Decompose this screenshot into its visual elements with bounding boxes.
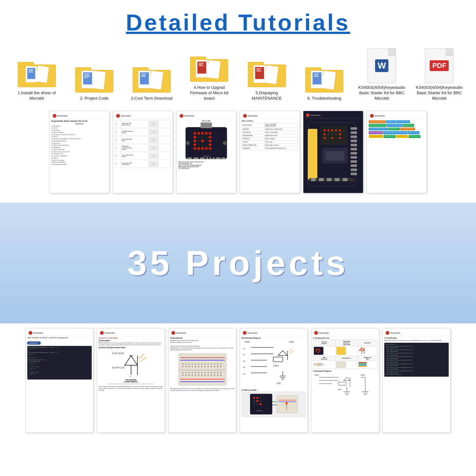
svg-point-148 [203,357,204,358]
folder-item-word[interactable]: W KS4003(4004)Keyestudio Basic Starter K… [358,48,406,101]
doc-logo-1 [53,114,56,118]
svg-rect-40 [256,71,261,71]
svg-rect-77 [201,122,212,128]
svg-point-114 [331,137,333,139]
svg-text:-: - [136,375,137,378]
svg-text:SHORT LEG: SHORT LEG [112,367,125,369]
svg-rect-97 [351,160,357,163]
svg-point-208 [220,374,221,376]
svg-text:GND: GND [245,341,250,343]
bottom-doc-2: keyestudio Project 13: LED Blink (1) Des… [97,328,165,433]
folder-label-6: 6. Troubleshooting [307,96,341,101]
svg-point-161 [188,363,190,365]
svg-text:FLAT EDGE: FLAT EDGE [112,352,124,354]
svg-point-197 [204,372,206,373]
svg-text:LED: LED [276,382,281,384]
svg-rect-52 [201,132,204,135]
svg-rect-84 [216,157,221,159]
svg-rect-61 [197,140,200,142]
folder-label-2: 2. Project Code [80,96,109,101]
svg-point-242 [253,403,255,405]
svg-point-143 [190,357,192,358]
svg-text:220Ω: 220Ω [273,365,279,367]
svg-point-106 [339,129,341,131]
svg-rect-55 [194,136,196,138]
svg-rect-57 [201,136,204,138]
folder-icon-1 [18,58,56,89]
svg-rect-28 [207,60,221,79]
svg-rect-51 [197,132,200,135]
folder-item-6[interactable]: 6. Troubleshooting [300,64,348,101]
svg-rect-83 [213,157,215,159]
svg-point-141 [185,357,187,358]
svg-rect-62 [201,140,204,142]
folder-item-pdf[interactable]: PDF KS4003(4004)Keyestudio Basic Starter… [415,48,463,101]
svg-point-159 [185,363,187,365]
svg-point-256 [317,350,319,352]
svg-point-149 [206,357,207,358]
svg-line-233 [290,351,294,354]
bottom-doc-logo-4 [243,331,247,335]
svg-point-194 [198,374,199,376]
svg-point-150 [208,357,209,358]
svg-point-142 [188,357,189,358]
svg-point-104 [331,129,333,131]
svg-rect-5 [29,69,33,70]
svg-rect-124 [343,178,347,181]
word-badge: W [375,59,388,72]
doc-page-6: keyestudio on start command block runs i… [367,111,427,193]
svg-point-152 [213,357,215,358]
svg-rect-67 [201,143,204,146]
svg-point-254 [319,349,320,350]
svg-rect-14 [84,75,89,76]
svg-point-76 [223,141,227,145]
svg-rect-3 [36,66,49,83]
folder-item-5[interactable]: 5.Dispalying MAINTENANCE [243,58,291,101]
svg-point-176 [211,366,212,367]
svg-point-244 [260,403,261,405]
svg-text:22: 22 [243,347,245,349]
svg-point-200 [208,374,209,376]
svg-point-191 [195,372,196,373]
top-docs-row: keyestudio Keyestudio Basic Starter Kit … [0,108,476,196]
svg-rect-54 [209,132,211,135]
svg-point-111 [339,133,341,135]
folder-label-1: 1.Installl the driver of Microbit [13,90,61,101]
svg-point-257 [319,350,320,352]
folder-item-2[interactable]: 2. Project Code [70,64,118,101]
folder-icon-3 [133,64,171,94]
folder-item-4[interactable]: 4.How to Upgrad Firmware of Micro bit bo… [185,53,233,101]
svg-point-187 [188,372,190,373]
bottom-docs-row: keyestudio Select "JavaScript" and "Pyth… [0,325,476,436]
svg-rect-277 [338,382,346,385]
svg-rect-15 [84,76,90,77]
doc-logo-2 [116,114,120,118]
svg-rect-36 [264,65,278,84]
svg-rect-92 [351,140,357,142]
svg-rect-6 [29,70,33,71]
svg-point-157 [182,363,183,365]
svg-rect-81 [206,157,208,159]
svg-rect-47 [314,75,318,76]
svg-point-253 [317,349,319,350]
folder-item-1[interactable]: 1.Installl the driver of Microbit [13,58,61,101]
svg-point-206 [217,374,218,376]
svg-rect-78 [187,157,192,159]
svg-point-251 [285,402,288,405]
svg-rect-11 [92,71,106,89]
svg-text:21: 21 [243,354,245,356]
folder-item-3[interactable]: 3.Cool Term Download [128,64,176,101]
svg-marker-127 [125,356,137,365]
svg-rect-73 [205,147,208,150]
svg-point-173 [208,363,209,365]
svg-point-107 [324,133,326,135]
svg-point-108 [327,133,329,135]
folder-label-3: 3.Cool Term Download [131,96,172,101]
svg-rect-16 [84,77,88,78]
folder-row: 1.Installl the driver of Microbit 2. Pro… [0,42,476,104]
bottom-doc-5: keyestudio 2. Components List: MicrobitB… [311,328,379,433]
folder-label-5: 5.Dispalying MAINTENANCE [243,90,291,101]
bottom-doc-logo-6 [386,331,389,335]
svg-rect-32 [199,65,204,66]
svg-point-201 [211,372,212,373]
